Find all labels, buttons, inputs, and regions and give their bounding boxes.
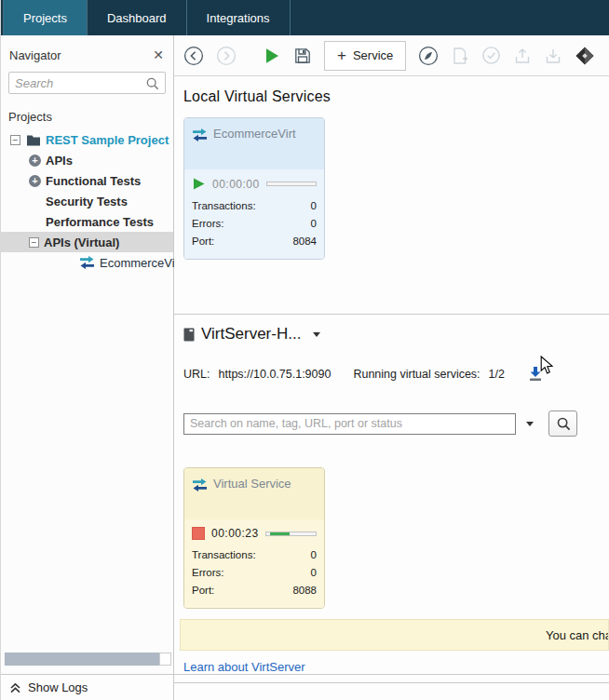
chevrons-up-icon <box>9 682 21 693</box>
virtserver-search-input[interactable] <box>183 413 516 435</box>
transactions-label: Transactions: <box>192 549 256 560</box>
show-logs-button[interactable]: Show Logs <box>1 675 174 700</box>
running-services-value: 1/2 <box>489 368 505 381</box>
projects-label: Projects <box>8 110 173 124</box>
virt-service-icon <box>192 128 208 141</box>
navigator-search-input[interactable] <box>15 76 145 90</box>
search-filter-caret-icon[interactable] <box>526 422 534 426</box>
tree-item-label: EcommerceVir <box>100 256 179 270</box>
tree-item-label: Performance Tests <box>46 215 154 229</box>
port-value: 8084 <box>292 236 317 247</box>
expand-plus-icon[interactable]: + <box>29 155 41 167</box>
local-virtual-service-card[interactable]: EcommerceVirt 00:00:00 Transactions: 0 <box>183 117 325 260</box>
notification-text: You can chan <box>546 628 609 642</box>
run-icon[interactable] <box>263 47 281 65</box>
port-value: 8088 <box>292 585 317 596</box>
scrollbar-thumb[interactable] <box>5 653 159 666</box>
stop-icon[interactable] <box>192 527 205 540</box>
running-services-label: Running virtual services: <box>353 368 480 381</box>
folder-icon <box>26 134 41 146</box>
service-name: EcommerceVirt <box>213 127 296 141</box>
tree-item-ecommercevir[interactable]: EcommerceVir <box>1 252 173 273</box>
export-icon <box>451 47 469 65</box>
tree-item-security-tests[interactable]: Security Tests <box>1 191 173 211</box>
runtime: 00:00:00 <box>212 178 260 191</box>
tab-projects[interactable]: Projects <box>3 0 88 35</box>
collapse-icon[interactable]: − <box>10 135 20 145</box>
main-toolbar: + Service <box>174 35 609 76</box>
validate-icon <box>481 46 501 65</box>
navigator-horizontal-scrollbar[interactable] <box>3 652 171 666</box>
search-button[interactable] <box>548 411 577 437</box>
back-icon[interactable] <box>183 46 204 66</box>
show-logs-label: Show Logs <box>28 680 88 694</box>
search-icon <box>556 416 571 431</box>
search-icon <box>145 76 159 90</box>
navigator-panel: Navigator ✕ Projects − REST Sample Proje… <box>1 35 174 674</box>
save-icon[interactable] <box>293 47 312 65</box>
errors-label: Errors: <box>192 567 224 578</box>
virt-service-icon <box>192 478 208 491</box>
navigator-search[interactable] <box>8 72 166 94</box>
tree-item-label: APIs <box>46 154 73 168</box>
errors-value: 0 <box>311 567 317 578</box>
tree-item-label: Functional Tests <box>46 174 141 188</box>
tree-item-performance-tests[interactable]: Performance Tests <box>1 211 173 232</box>
port-label: Port: <box>192 585 214 596</box>
url-label: URL: <box>183 368 210 381</box>
add-service-button[interactable]: + Service <box>324 41 406 71</box>
chevron-down-icon[interactable] <box>313 332 320 337</box>
learn-about-virtserver-link[interactable]: Learn about VirtServer <box>183 660 305 674</box>
play-icon[interactable] <box>192 177 206 191</box>
collapse-icon[interactable]: − <box>29 237 39 248</box>
tab-integrations[interactable]: Integrations <box>187 0 291 35</box>
transactions-value: 0 <box>311 549 317 560</box>
service-name: Virtual Service <box>213 477 291 491</box>
tree-item-label: REST Sample Project <box>46 133 169 147</box>
plus-icon: + <box>337 47 346 65</box>
tab-dashboard[interactable]: Dashboard <box>88 0 187 35</box>
tree-item-rest-sample-project[interactable]: − REST Sample Project <box>1 129 173 150</box>
download-update-icon[interactable] <box>527 366 544 382</box>
tree-item-apis-virtual[interactable]: − APIs (Virtual) <box>1 232 173 252</box>
add-service-label: Service <box>353 48 393 62</box>
tree-item-functional-tests[interactable]: + Functional Tests <box>1 170 173 191</box>
diamond-icon[interactable] <box>575 46 595 66</box>
progress-bar <box>266 182 317 186</box>
errors-label: Errors: <box>192 218 224 229</box>
transactions-value: 0 <box>311 200 317 211</box>
local-virtual-services-title: Local Virtual Services <box>183 88 609 105</box>
main-content: Local Virtual Services EcommerceVirt <box>174 76 609 683</box>
scrollbar-button[interactable] <box>159 653 171 666</box>
upload-icon <box>513 47 532 65</box>
tree-item-label: APIs (Virtual) <box>44 236 119 249</box>
close-icon[interactable]: ✕ <box>153 47 164 62</box>
url-value: https://10.0.75.1:9090 <box>218 368 331 381</box>
port-label: Port: <box>192 236 214 247</box>
discover-icon[interactable] <box>418 46 439 66</box>
top-tab-bar: Projects Dashboard Integrations <box>1 0 609 35</box>
notification-banner: You can chan <box>180 619 609 651</box>
download-icon <box>544 47 562 65</box>
navigator-title: Navigator <box>9 48 61 62</box>
expand-plus-icon[interactable]: + <box>29 175 41 187</box>
tree-item-apis[interactable]: + APIs <box>1 150 173 170</box>
server-icon <box>183 328 195 342</box>
tree-item-label: Security Tests <box>46 195 128 209</box>
virt-service-icon <box>79 256 95 269</box>
project-tree: − REST Sample Project + APIs + Functiona… <box>1 129 173 273</box>
virtserver-title: VirtServer-H... <box>201 325 301 343</box>
progress-bar <box>265 532 317 536</box>
errors-value: 0 <box>311 218 317 229</box>
transactions-label: Transactions: <box>192 200 256 211</box>
forward-icon <box>216 46 237 66</box>
remote-virtual-service-card[interactable]: Virtual Service 00:00:23 Transactions: 0… <box>183 467 325 609</box>
runtime: 00:00:23 <box>211 527 259 540</box>
